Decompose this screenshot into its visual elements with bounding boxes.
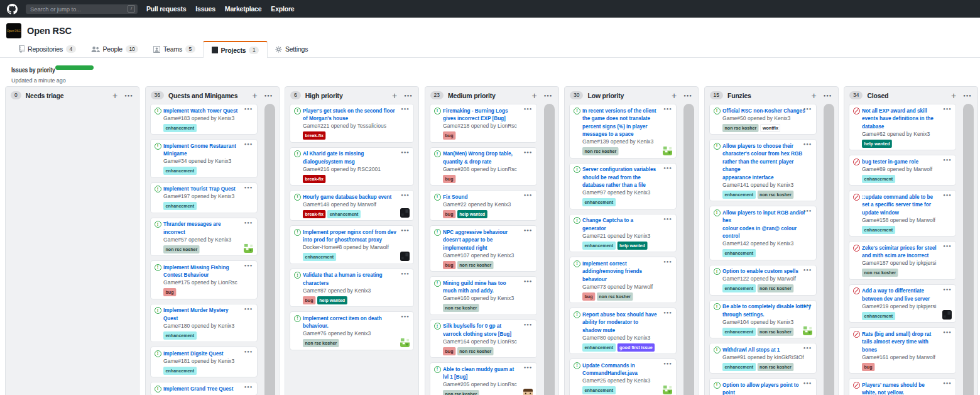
issue-card[interactable]: ●●●!Implement Missing Fishing Contest Be… xyxy=(150,260,258,299)
green-pixel-avatar[interactable] xyxy=(663,146,672,155)
issue-title[interactable]: bug tester in-game role xyxy=(862,158,951,166)
issue-title[interactable]: Implement Missing Fishing Contest Behavi… xyxy=(163,264,253,279)
column-menu-icon[interactable]: ●●● xyxy=(544,94,553,97)
issue-card[interactable]: ●●●!Thrander messages are incorrectGame#… xyxy=(150,218,258,257)
issue-title[interactable]: In recent versions of the client the gam… xyxy=(582,107,672,138)
issue-card[interactable]: ●●●!Be able to completely disable lotter… xyxy=(709,300,817,339)
issue-card[interactable]: ●●●!Report abuse box should have ability… xyxy=(569,308,677,354)
nav-explore[interactable]: Explore xyxy=(271,5,294,13)
column-menu-icon[interactable]: ●●● xyxy=(683,94,692,97)
issue-title[interactable]: Implement Gnome Restaurant Minigame xyxy=(163,142,253,158)
issue-title[interactable]: Change Captcha to a generator xyxy=(582,216,672,232)
add-card-icon[interactable]: + xyxy=(811,91,816,100)
issue-title[interactable]: Allow players to input RGB and/or hex co… xyxy=(722,209,812,240)
issue-title[interactable]: Validate that a human is creating charac… xyxy=(303,271,409,287)
face-avatar[interactable] xyxy=(523,389,533,395)
issue-card[interactable]: ●●●!Man(Men) Wrong Drop table, quantity … xyxy=(430,147,537,186)
add-card-icon[interactable]: + xyxy=(672,91,677,100)
issue-title[interactable]: Thrander messages are incorrect xyxy=(163,220,253,236)
issue-card[interactable]: ●●●!Implement Watch Tower QuestGame#183 … xyxy=(150,104,258,135)
issue-title[interactable]: Official RSC non-Kosher Changes xyxy=(722,107,812,115)
add-card-icon[interactable]: + xyxy=(951,91,956,100)
column-scrollbar[interactable] xyxy=(683,104,694,395)
column-scrollbar[interactable] xyxy=(264,104,275,395)
add-card-icon[interactable]: + xyxy=(112,91,117,100)
issue-title[interactable]: Withdrawl All stops at 1 xyxy=(722,346,812,354)
issue-card[interactable]: ●●●!Validate that a human is creating ch… xyxy=(290,269,414,308)
issue-card[interactable]: ●●●!Able to clean muddy guam at lvl 1 [B… xyxy=(430,362,537,395)
issue-card[interactable]: ●●●!In recent versions of the client the… xyxy=(569,104,677,159)
issue-card[interactable]: ●●●!Implement correct adding/removing fr… xyxy=(569,257,677,303)
issue-title[interactable]: Implement correct item on death behaviou… xyxy=(303,314,409,330)
issue-card[interactable]: ●●●!Implement correct item on death beha… xyxy=(290,311,414,350)
issue-title[interactable]: Be able to completely disable lottery th… xyxy=(722,303,812,318)
issue-card[interactable]: ●●●!Server configuration variables shoul… xyxy=(569,163,677,209)
column-menu-icon[interactable]: ●●● xyxy=(404,94,413,97)
column-scrollbar[interactable] xyxy=(824,104,834,395)
tab-repositories[interactable]: Repositories4 xyxy=(11,41,84,57)
issue-card[interactable]: ●●●!Al Kharid gate is missing dialogue/s… xyxy=(290,147,414,186)
issue-card[interactable]: ●●●!Fix SoundGame#22 opened by Kenix3bug… xyxy=(430,190,537,221)
issue-title[interactable]: Rats (big and small) drop rat tails almo… xyxy=(862,330,951,354)
issue-title[interactable]: Zeke's scimitar prices for steel and mit… xyxy=(862,244,951,260)
issue-title[interactable]: Implement Murder Mystery Quest xyxy=(163,306,253,322)
issue-title[interactable]: Option to enable custom spells xyxy=(722,267,812,275)
issue-title[interactable]: Implement Watch Tower Quest xyxy=(163,107,253,115)
issue-title[interactable]: Option to allow players point to point t… xyxy=(722,381,812,395)
issue-title[interactable]: Al Kharid gate is missing dialogue/syste… xyxy=(303,150,409,165)
issue-title[interactable]: Server configuration variables should be… xyxy=(582,165,672,189)
issue-title[interactable]: Able to clean muddy guam at lvl 1 [Bug] xyxy=(443,365,532,381)
column-menu-icon[interactable]: ●●● xyxy=(824,94,832,97)
column-scrollbar[interactable] xyxy=(544,104,555,395)
project-title[interactable]: Issues by priority xyxy=(11,66,55,74)
dark-avatar[interactable] xyxy=(942,310,952,320)
search-input[interactable]: Search or jump to... / xyxy=(26,4,138,14)
issue-title[interactable]: Mining guild mine has too much mith and … xyxy=(443,279,532,295)
issue-card[interactable]: ●●●!Mining guild mine has too much mith … xyxy=(430,276,537,315)
issue-card[interactable]: ●●●bug tester in-game roleGame#89 opened… xyxy=(849,155,956,186)
issue-card[interactable]: ●●●!Official RSC non-Kosher ChangesGame#… xyxy=(709,104,817,135)
issue-card[interactable]: ●●●!Implement Digsite QuestGame#181 open… xyxy=(150,347,258,377)
issue-title[interactable]: Update Commands in CommandHandler.java xyxy=(582,362,672,377)
add-card-icon[interactable]: + xyxy=(531,91,536,100)
issue-title[interactable]: Silk buy/sells for 0 gp at varrock cloth… xyxy=(443,322,532,338)
column-menu-icon[interactable]: ●●● xyxy=(124,94,133,97)
issue-card[interactable]: ●●●!Withdrawl All stops at 1Game#91 open… xyxy=(709,343,817,374)
nav-issues[interactable]: Issues xyxy=(195,5,215,13)
issue-card[interactable]: ●●●!Allow players to input RGB and/or he… xyxy=(709,206,817,260)
issue-card[interactable]: ●●●!Silk buy/sells for 0 gp at varrock c… xyxy=(430,320,537,359)
dark-avatar[interactable] xyxy=(400,208,410,218)
column-menu-icon[interactable]: ●●● xyxy=(963,94,972,97)
issue-title[interactable]: Man(Men) Wrong Drop table, quantity & dr… xyxy=(443,150,532,165)
issue-title[interactable]: NPC aggressive behaviour doesn't appear … xyxy=(443,228,532,252)
nav-marketplace[interactable]: Marketplace xyxy=(225,5,262,13)
green-pixel-avatar[interactable] xyxy=(400,338,410,347)
issue-card[interactable]: ●●●!Option to allow players point to poi… xyxy=(709,378,817,395)
issue-title[interactable]: Report abuse box should have ability for… xyxy=(582,311,672,335)
issue-card[interactable]: ●●●Zeke's scimitar prices for steel and … xyxy=(849,241,956,280)
issue-title[interactable]: Add a way to differentiate between dev a… xyxy=(862,287,951,303)
issue-card[interactable]: ●●●Players' names should be white, not y… xyxy=(849,378,956,395)
tab-teams[interactable]: Teams5 xyxy=(146,41,202,57)
issue-card[interactable]: ●●●Add a way to differentiate between de… xyxy=(849,284,956,323)
issue-card[interactable]: ●●●!Allow players to choose their charac… xyxy=(709,139,817,201)
tab-settings[interactable]: Settings xyxy=(268,41,315,57)
nav-pull-requests[interactable]: Pull requests xyxy=(146,5,186,13)
issue-title[interactable]: Not all EXP award and skill events have … xyxy=(862,107,951,131)
issue-card[interactable]: ●●●!Implement Grand Tree Quest xyxy=(150,382,258,395)
issue-title[interactable]: Players' names should be white, not yell… xyxy=(862,381,951,395)
issue-card[interactable]: ●●●!Option to enable custom spellsGame#1… xyxy=(709,265,817,296)
issue-card[interactable]: ●●●!Implement Murder Mystery QuestGame#1… xyxy=(150,304,258,343)
issue-card[interactable]: ●●●!Update Commands in CommandHandler.ja… xyxy=(569,359,677,395)
issue-title[interactable]: ::update command able to be set a specif… xyxy=(862,193,951,217)
issue-title[interactable]: Firemaking - Burning Logs gives incorrec… xyxy=(443,107,532,123)
github-logo-icon[interactable] xyxy=(7,4,18,14)
issue-title[interactable]: Implement proper nginx conf from dev int… xyxy=(303,228,409,244)
green-pixel-avatar[interactable] xyxy=(663,385,672,394)
green-pixel-avatar[interactable] xyxy=(244,243,253,253)
issue-title[interactable]: Implement Grand Tree Quest xyxy=(163,385,253,393)
issue-card[interactable]: ●●●!Implement proper nginx conf from dev… xyxy=(290,225,414,264)
issue-card[interactable]: ●●●!Change Captcha to a generatorGame#21… xyxy=(569,214,677,253)
add-card-icon[interactable]: + xyxy=(252,91,257,100)
issue-card[interactable]: ●●●!Firemaking - Burning Logs gives inco… xyxy=(430,104,537,143)
